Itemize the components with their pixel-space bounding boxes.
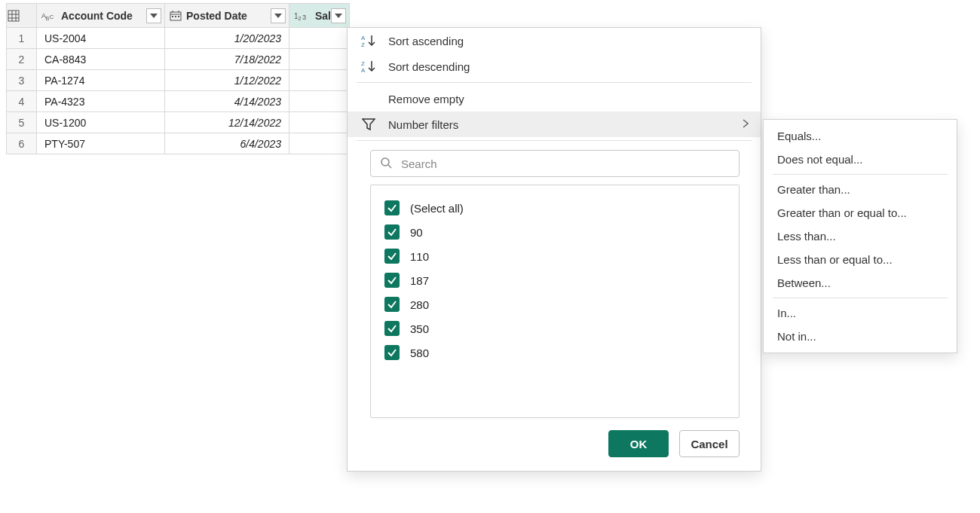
column-header-sales[interactable]: 123 Sales	[289, 4, 350, 28]
menu-label: Sort descending	[388, 60, 749, 73]
check-label: (Select all)	[410, 202, 464, 215]
svg-text:A: A	[361, 67, 366, 73]
number-filters-submenu: Equals... Does not equal... Greater than…	[763, 119, 957, 353]
table-row[interactable]: 4PA-43234/14/2023	[7, 91, 350, 112]
search-input[interactable]	[400, 157, 730, 171]
search-box[interactable]	[370, 150, 740, 177]
cell-posted-date[interactable]: 7/18/2022	[165, 49, 289, 70]
svg-rect-14	[175, 16, 176, 17]
column-filter-popup: AZ Sort ascending ZA Sort descending Rem…	[347, 27, 761, 472]
checkbox-checked-icon[interactable]	[384, 200, 400, 215]
column-header-account-code[interactable]: ABC Account Code	[37, 4, 165, 28]
filter-value-row[interactable]: 110	[384, 244, 725, 268]
row-index: 2	[7, 49, 37, 70]
svg-rect-0	[8, 11, 19, 21]
cell-sales[interactable]	[289, 133, 350, 154]
filter-values-list[interactable]: (Select all) 90110187280350580	[370, 185, 740, 418]
cell-posted-date[interactable]: 12/14/2022	[165, 112, 289, 133]
checkbox-checked-icon[interactable]	[384, 273, 400, 288]
table-row[interactable]: 1US-20041/20/2023	[7, 28, 350, 49]
cell-account-code[interactable]: PA-4323	[37, 91, 165, 112]
cell-sales[interactable]	[289, 28, 350, 49]
filter-value-row[interactable]: 280	[384, 292, 725, 316]
row-index: 3	[7, 70, 37, 91]
column-header-posted-date[interactable]: Posted Date	[165, 4, 289, 28]
filter-value-row[interactable]: 90	[384, 220, 725, 244]
svg-text:C: C	[50, 14, 54, 20]
filter-value-row[interactable]: 187	[384, 268, 725, 292]
menu-separator	[357, 140, 752, 141]
cell-posted-date[interactable]: 4/14/2023	[165, 91, 289, 112]
svg-marker-16	[274, 14, 282, 18]
column-label: Posted Date	[186, 10, 247, 22]
menu-label: Number filters	[388, 118, 732, 131]
cell-sales[interactable]	[289, 91, 350, 112]
filter-in[interactable]: In...	[764, 301, 957, 325]
checkbox-checked-icon[interactable]	[384, 249, 400, 264]
cell-account-code[interactable]: US-1200	[37, 112, 165, 133]
checkbox-checked-icon[interactable]	[384, 224, 400, 240]
filter-value-row[interactable]: 350	[384, 316, 725, 340]
button-label: OK	[630, 438, 648, 450]
date-type-icon	[170, 11, 182, 21]
table-row[interactable]: 3PA-12741/12/2022	[7, 70, 350, 91]
filter-icon	[360, 118, 378, 131]
svg-text:2: 2	[299, 15, 302, 21]
filter-not-in[interactable]: Not in...	[764, 325, 957, 348]
column-filter-button[interactable]	[331, 8, 346, 23]
cell-sales[interactable]	[289, 49, 350, 70]
sort-descending-item[interactable]: ZA Sort descending	[348, 53, 761, 79]
row-index: 4	[7, 91, 37, 112]
check-label: 580	[410, 347, 429, 359]
check-label: 280	[410, 298, 429, 311]
filter-greater-than-or-equal[interactable]: Greater than or equal to...	[764, 201, 957, 224]
column-filter-button[interactable]	[271, 8, 286, 23]
sort-ascending-item[interactable]: AZ Sort ascending	[348, 28, 761, 53]
menu-label: Sort ascending	[388, 35, 749, 47]
svg-marker-8	[150, 14, 158, 18]
svg-text:A: A	[361, 35, 366, 41]
cell-account-code[interactable]: US-2004	[37, 28, 165, 49]
cell-account-code[interactable]: PTY-507	[37, 133, 165, 154]
checkbox-checked-icon[interactable]	[384, 345, 400, 360]
filter-less-than[interactable]: Less than...	[764, 224, 957, 248]
table-row[interactable]: 2CA-88437/18/2022	[7, 49, 350, 70]
checkbox-checked-icon[interactable]	[384, 297, 400, 312]
filter-value-row[interactable]: 580	[384, 340, 725, 365]
cell-posted-date[interactable]: 1/12/2022	[165, 70, 289, 91]
cell-account-code[interactable]: CA-8843	[37, 49, 165, 70]
table-row[interactable]: 6PTY-5076/4/2023	[7, 133, 350, 154]
filter-between[interactable]: Between...	[764, 271, 957, 295]
cell-sales[interactable]	[289, 112, 350, 133]
filter-greater-than[interactable]: Greater than...	[764, 178, 957, 201]
remove-empty-item[interactable]: Remove empty	[348, 86, 761, 111]
cell-posted-date[interactable]: 1/20/2023	[165, 28, 289, 49]
svg-text:Z: Z	[361, 60, 365, 67]
sort-asc-icon: AZ	[360, 34, 378, 47]
cell-posted-date[interactable]: 6/4/2023	[165, 133, 289, 154]
row-index: 1	[7, 28, 37, 49]
select-all-row[interactable]: (Select all)	[384, 196, 725, 220]
check-label: 350	[410, 322, 429, 335]
search-icon	[380, 157, 392, 171]
check-label: 187	[410, 274, 429, 287]
cell-account-code[interactable]: PA-1274	[37, 70, 165, 91]
svg-rect-13	[172, 16, 173, 17]
table-icon	[8, 10, 35, 22]
row-index-header[interactable]	[7, 4, 37, 28]
ok-button[interactable]: OK	[608, 430, 669, 457]
data-grid[interactable]: ABC Account Code Posted Date	[6, 3, 350, 154]
number-filters-item[interactable]: Number filters	[348, 111, 761, 137]
filter-does-not-equal[interactable]: Does not equal...	[764, 148, 957, 171]
cell-sales[interactable]	[289, 70, 350, 91]
row-index: 6	[7, 133, 37, 154]
cancel-button[interactable]: Cancel	[679, 430, 740, 457]
menu-label: Remove empty	[388, 93, 749, 105]
menu-separator	[773, 298, 948, 298]
filter-less-than-or-equal[interactable]: Less than or equal to...	[764, 248, 957, 271]
button-label: Cancel	[691, 438, 727, 450]
checkbox-checked-icon[interactable]	[384, 321, 400, 336]
filter-equals[interactable]: Equals...	[764, 124, 957, 148]
table-row[interactable]: 5US-120012/14/2022	[7, 112, 350, 133]
column-filter-button[interactable]	[146, 8, 161, 23]
